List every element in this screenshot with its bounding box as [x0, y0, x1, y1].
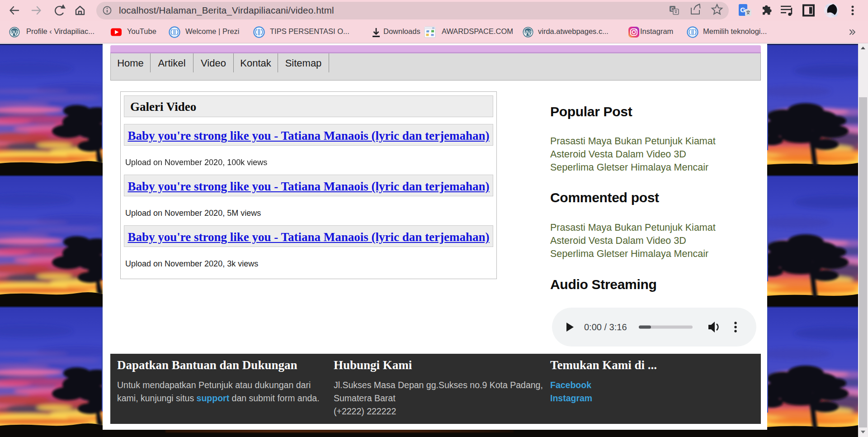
svg-text:G: G — [740, 6, 745, 14]
svg-text:0:00 / 3:16: 0:00 / 3:16 — [584, 322, 627, 332]
